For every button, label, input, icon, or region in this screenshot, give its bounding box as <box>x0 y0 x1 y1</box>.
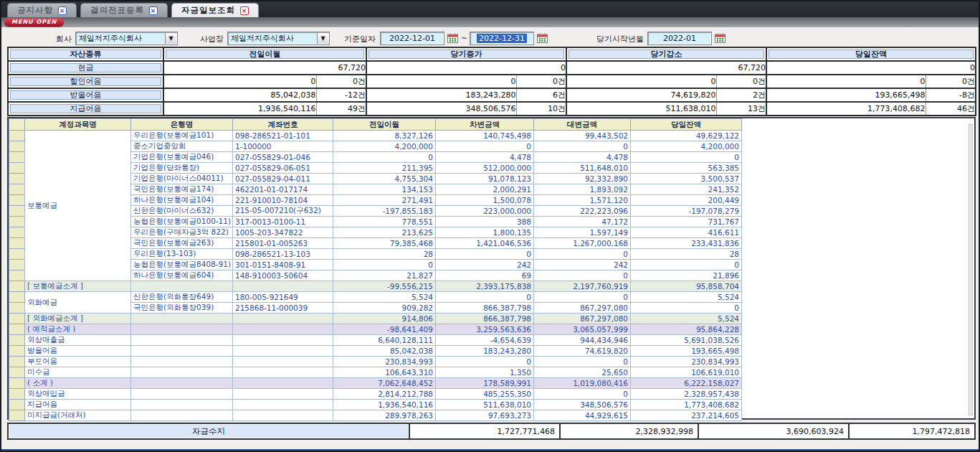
close-icon[interactable]: × <box>58 6 67 15</box>
row-indicator[interactable] <box>9 131 25 141</box>
debit-amount-cell: 1,421,046,536 <box>436 238 534 249</box>
row-indicator[interactable] <box>9 249 25 260</box>
row-indicator[interactable] <box>9 152 25 163</box>
vertical-scrollbar[interactable] <box>969 124 973 415</box>
day-balance-cell: 95,858,704 <box>631 281 742 292</box>
row-indicator[interactable] <box>9 163 25 174</box>
bank-name-cell <box>131 378 233 389</box>
prev-balance-cell: -99,556,215 <box>333 281 436 292</box>
close-icon[interactable]: × <box>240 6 249 15</box>
row-indicator[interactable] <box>9 217 25 227</box>
row-indicator[interactable] <box>9 281 25 292</box>
day-balance-cell: 0 <box>631 152 742 163</box>
date-to-field[interactable]: 2022-12-31 <box>470 32 534 45</box>
debit-amount-cell: 97,693,273 <box>436 410 534 421</box>
row-indicator[interactable] <box>9 227 25 238</box>
calendar-icon[interactable] <box>715 33 726 43</box>
detail-row[interactable]: [ 외화예금소계 ]914,806866,387,798867,297,0805… <box>9 314 742 324</box>
chevron-down-icon[interactable]: ▼ <box>317 33 328 44</box>
tab-2[interactable]: 결의전표등록× <box>80 3 168 17</box>
detail-row[interactable]: ( 예적금소계 )-98,641,4093,259,563,6363,065,0… <box>9 324 742 335</box>
company-combobox[interactable]: 제일저지주식회사 ▼ <box>75 32 178 45</box>
bank-name-cell: 중소기업중앙회 <box>131 141 233 152</box>
debit-amount-cell: 2,393,175,838 <box>436 281 534 292</box>
detail-row[interactable]: 부도어음230,834,99300230,834,993 <box>9 357 742 367</box>
chevron-down-icon[interactable]: ▼ <box>165 33 176 44</box>
account-group-cell: 보통예금 <box>25 131 131 281</box>
detail-row[interactable]: 보통예금우리은행(보통예금101)098-286521-01-1018,327,… <box>9 131 742 141</box>
asset-type-cell: 받을어음 <box>8 88 163 102</box>
summary-col-header: 자산종류 <box>8 47 163 61</box>
account-number-cell <box>233 324 333 335</box>
credit-amount-cell: 1,893,092 <box>534 184 631 195</box>
bank-name-cell <box>131 335 233 346</box>
debit-amount-cell: 388 <box>436 217 534 227</box>
account-number-cell <box>233 367 333 378</box>
tab-3[interactable]: 자금일보조회× <box>171 3 259 17</box>
account-number-cell: 215868-11-000039 <box>233 303 333 314</box>
account-number-cell: 180-005-921649 <box>233 292 333 303</box>
row-indicator[interactable] <box>9 195 25 206</box>
detail-row[interactable]: 외화예금신한은행(외화통장649)180-005-9216495,524005,… <box>9 292 742 303</box>
row-indicator[interactable] <box>9 389 25 400</box>
row-indicator[interactable] <box>9 292 25 303</box>
day-balance-cell: 233,431,836 <box>631 238 742 249</box>
period-start-field[interactable]: 2022-01 <box>647 32 712 45</box>
site-label: 사업장 <box>192 34 224 44</box>
row-indicator[interactable] <box>9 174 25 184</box>
detail-col-header: 전일이월 <box>333 119 436 131</box>
row-indicator[interactable] <box>9 346 25 357</box>
prev-balance-cell: 5,524 <box>333 292 436 303</box>
account-name-cell: 외상매입금 <box>25 389 131 400</box>
site-combobox[interactable]: 제일저지주식회사 ▼ <box>227 32 330 45</box>
detail-row[interactable]: 외상매출금6,640,128,111-4,654,639944,434,9465… <box>9 335 742 346</box>
bank-name-cell: 기업은행(당좌통장) <box>131 163 233 174</box>
row-indicator[interactable] <box>9 270 25 281</box>
row-indicator[interactable] <box>9 238 25 249</box>
row-indicator[interactable] <box>9 303 25 314</box>
row-indicator[interactable] <box>9 378 25 389</box>
close-icon[interactable]: × <box>149 6 158 15</box>
summary-value-cell: 193,665,498 <box>766 88 926 102</box>
detail-row[interactable]: [ 보통예금소계 ]-99,556,2152,393,175,8382,197,… <box>9 281 742 292</box>
detail-col-header: 계좌번호 <box>233 119 333 131</box>
calendar-icon[interactable] <box>447 33 458 43</box>
row-indicator[interactable] <box>9 324 25 335</box>
day-balance-cell: 563,385 <box>631 163 742 174</box>
site-value: 제일저지주식회사 <box>231 33 294 44</box>
prev-balance-cell: 134,153 <box>333 184 436 195</box>
bank-name-cell: 우리은행(13-103) <box>131 249 233 260</box>
detail-row[interactable]: ( 소계 )7,062,648,452178,589,9911,019,080,… <box>9 378 742 389</box>
account-number-cell: 098-286521-13-103 <box>233 249 333 260</box>
day-balance-cell: 49,629,122 <box>631 131 742 141</box>
debit-amount-cell: 485,255,350 <box>436 389 534 400</box>
account-number-cell <box>233 281 333 292</box>
row-indicator[interactable] <box>9 184 25 195</box>
menu-open-button[interactable]: MENU OPEN <box>4 18 64 27</box>
row-indicator[interactable] <box>9 260 25 270</box>
row-indicator[interactable] <box>9 335 25 346</box>
summary-value-cell: 0 <box>766 75 926 88</box>
date-from-field[interactable]: 2022-12-01 <box>380 32 444 45</box>
credit-amount-cell: 74,619,820 <box>534 346 631 357</box>
row-indicator[interactable] <box>9 141 25 152</box>
row-indicator[interactable] <box>9 400 25 410</box>
detail-body: 보통예금우리은행(보통예금101)098-286521-01-1018,327,… <box>9 131 742 421</box>
row-indicator[interactable] <box>9 357 25 367</box>
row-indicator[interactable] <box>9 314 25 324</box>
prev-balance-cell: 106,643,310 <box>333 367 436 378</box>
detail-row[interactable]: 받을어음85,042,038183,243,28074,619,820193,6… <box>9 346 742 357</box>
calendar-icon[interactable] <box>537 33 548 43</box>
debit-amount-cell: 1,350 <box>436 367 534 378</box>
tab-1[interactable]: 공지사항× <box>7 3 77 17</box>
prev-balance-cell: -98,641,409 <box>333 324 436 335</box>
detail-row[interactable]: 지급어음1,936,540,116511,638,010348,506,5761… <box>9 400 742 410</box>
row-indicator[interactable] <box>9 410 25 421</box>
detail-row[interactable]: 외상매입금2,814,212,788485,255,35002,328,957,… <box>9 389 742 400</box>
detail-row[interactable]: 미수금106,643,3101,35025,650106,619,010 <box>9 367 742 378</box>
detail-row[interactable]: 미지급금(거래처)289,978,26397,693,27344,929,615… <box>9 410 742 421</box>
row-indicator[interactable] <box>9 206 25 217</box>
row-indicator[interactable] <box>9 367 25 378</box>
bank-name-cell: 신한은행(마이너스632) <box>131 206 233 217</box>
credit-amount-cell: 1,571,120 <box>534 195 631 206</box>
